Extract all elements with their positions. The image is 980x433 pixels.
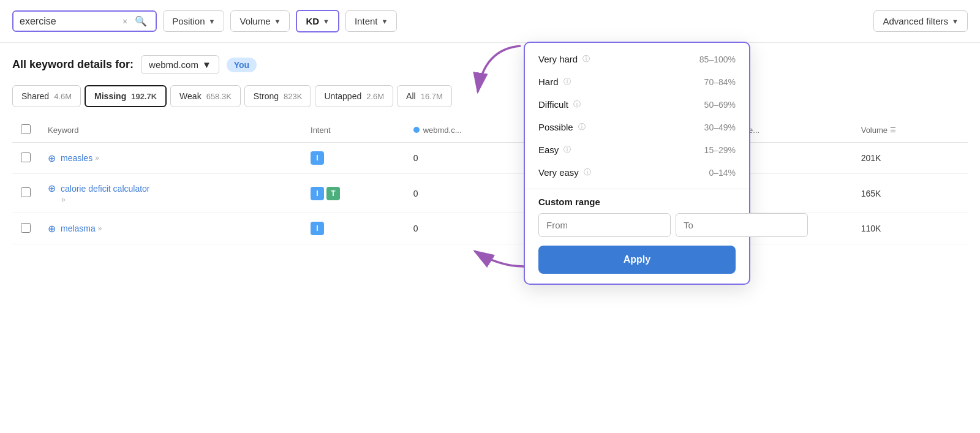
hard-info-icon[interactable]: ⓘ (564, 77, 571, 87)
intent-badge-t: T (326, 187, 340, 200)
possible-range: 30–49% (704, 122, 736, 132)
tab-missing-count: 192.7K (131, 92, 157, 101)
possible-label: Possible (538, 122, 573, 132)
easy-range: 15–29% (704, 145, 736, 155)
keyword-link[interactable]: ⊕ melasma » (48, 223, 293, 235)
tab-missing[interactable]: Missing 192.7K (85, 85, 167, 107)
volume-filter-button[interactable]: Volume ▼ (230, 10, 290, 32)
intent-filter-button[interactable]: Intent ▼ (345, 10, 397, 32)
position-chevron-icon: ▼ (209, 18, 216, 25)
kd-option-easy[interactable]: Easy ⓘ 15–29% (525, 138, 749, 161)
keywords-table: Keyword Intent webmd.c... healthline... (12, 118, 968, 244)
difficult-info-icon[interactable]: ⓘ (573, 99, 581, 110)
volume-label: Volume (239, 16, 270, 26)
row-keyword-cell: ⊕ melasma » (39, 213, 302, 244)
kd-chevron-icon: ▼ (323, 18, 330, 25)
domain-chevron-icon: ▼ (202, 59, 211, 70)
apply-button[interactable]: Apply (538, 246, 736, 274)
tab-strong-count: 823K (284, 92, 302, 101)
very-easy-info-icon[interactable]: ⓘ (584, 167, 591, 178)
very-hard-range: 85–100% (699, 55, 736, 64)
volume-sort-icon: ☰ (890, 126, 896, 134)
clear-icon[interactable]: × (123, 17, 127, 26)
kd-filter-button[interactable]: KD ▼ (296, 10, 339, 32)
col-keyword-header: Keyword (39, 118, 302, 143)
kd-option-very-hard[interactable]: Very hard ⓘ 85–100% (525, 48, 749, 70)
difficult-label: Difficult (538, 99, 568, 110)
row-intent-cell: I (302, 213, 405, 244)
intent-label: Intent (355, 16, 378, 26)
you-badge: You (227, 58, 257, 72)
tab-shared-count: 4.6M (54, 92, 72, 101)
row-volume-cell: 110K (853, 213, 968, 244)
intent-badge-i: I (311, 151, 324, 165)
row-checkbox-cell (12, 174, 39, 213)
custom-range-inputs (525, 213, 749, 237)
keyword-header: All keyword details for: webmd.com ▼ You (12, 55, 968, 74)
kd-dropdown-panel: Very hard ⓘ 85–100% Hard ⓘ 70–84% Diffic… (524, 42, 750, 285)
table-header-row: Keyword Intent webmd.c... healthline... (12, 118, 968, 143)
advanced-chevron-icon: ▼ (952, 18, 959, 25)
row-checkbox[interactable] (21, 223, 31, 233)
kd-option-hard[interactable]: Hard ⓘ 70–84% (525, 70, 749, 93)
advanced-filters-button[interactable]: Advanced filters ▼ (873, 10, 968, 32)
row-checkbox[interactable] (21, 152, 31, 162)
keyword-arrows-icon: » (95, 154, 99, 162)
row-checkbox-cell (12, 143, 39, 174)
very-easy-label: Very easy (538, 167, 579, 178)
add-keyword-icon[interactable]: ⊕ (48, 223, 56, 235)
keyword-link[interactable]: ⊕ calorie deficit calculator (48, 183, 293, 194)
easy-info-icon[interactable]: ⓘ (564, 145, 571, 155)
kd-option-possible[interactable]: Possible ⓘ 30–49% (525, 116, 749, 138)
kd-option-very-easy[interactable]: Very easy ⓘ 0–14% (525, 161, 749, 184)
search-button[interactable]: 🔍 (132, 15, 149, 27)
intent-chevron-icon: ▼ (381, 18, 388, 25)
tab-all[interactable]: All 16.7M (397, 85, 452, 107)
row-keyword-cell: ⊕ calorie deficit calculator » (39, 174, 302, 213)
intent-badge-i: I (311, 187, 324, 200)
add-keyword-icon[interactable]: ⊕ (48, 183, 56, 194)
dropdown-divider (525, 189, 749, 189)
tab-missing-label: Missing (94, 91, 126, 101)
main-content: All keyword details for: webmd.com ▼ You… (0, 43, 980, 244)
row-intent-cell: I T (302, 174, 405, 213)
keyword-link[interactable]: ⊕ measles » (48, 152, 293, 164)
search-input[interactable] (20, 16, 118, 27)
kd-label: KD (306, 16, 319, 26)
custom-range-to-input[interactable] (676, 213, 808, 237)
tab-strong[interactable]: Strong 823K (244, 85, 312, 107)
tab-all-count: 16.7M (421, 92, 443, 101)
add-keyword-icon[interactable]: ⊕ (48, 152, 56, 164)
position-filter-button[interactable]: Position ▼ (163, 10, 224, 32)
very-hard-info-icon[interactable]: ⓘ (582, 54, 590, 64)
table-row: ⊕ calorie deficit calculator » I T (12, 174, 968, 213)
col-checkbox-header (12, 118, 39, 143)
advanced-label: Advanced filters (883, 16, 948, 26)
row-checkbox-cell (12, 213, 39, 244)
tab-all-label: All (406, 91, 416, 101)
custom-range-from-input[interactable] (538, 213, 671, 237)
domain-selector[interactable]: webmd.com ▼ (141, 55, 219, 74)
row-checkbox[interactable] (21, 187, 31, 197)
select-all-checkbox[interactable] (21, 124, 31, 134)
keyword-arrows-icon: » (98, 224, 102, 233)
tab-shared[interactable]: Shared 4.6M (12, 85, 81, 107)
toolbar: × 🔍 Position ▼ Volume ▼ KD ▼ Intent ▼ Ad… (0, 0, 980, 43)
tab-untapped-label: Untapped (324, 91, 361, 101)
search-box: × 🔍 (12, 10, 157, 32)
tab-untapped[interactable]: Untapped 2.6M (315, 85, 393, 107)
keyword-link-2[interactable]: » (48, 195, 293, 204)
kd-option-difficult[interactable]: Difficult ⓘ 50–69% (525, 93, 749, 116)
domain-value: webmd.com (149, 59, 198, 70)
possible-info-icon[interactable]: ⓘ (578, 122, 586, 132)
hard-range: 70–84% (704, 77, 736, 87)
keyword-tabs: Shared 4.6M Missing 192.7K Weak 658.3K S… (12, 85, 968, 107)
keyword-arrows-icon: » (61, 195, 66, 204)
tab-strong-label: Strong (254, 91, 279, 101)
keyword-header-title: All keyword details for: (12, 58, 134, 71)
tab-weak[interactable]: Weak 658.3K (170, 85, 241, 107)
difficult-range: 50–69% (704, 100, 736, 110)
col-volume-header[interactable]: Volume ☰ (853, 118, 968, 143)
position-label: Position (172, 16, 205, 26)
row-volume-cell: 165K (853, 174, 968, 213)
